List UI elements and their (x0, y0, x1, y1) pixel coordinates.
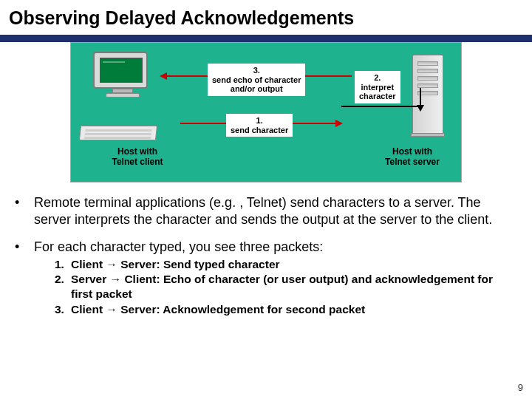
bullet-dot-icon: • (15, 239, 34, 256)
telnet-diagram: 3. send echo of character and/or output … (70, 42, 462, 183)
caption-server-l2: Telnet server (385, 157, 440, 167)
caption-client-l2: Telnet client (112, 157, 163, 167)
item-text: Client → Server: Acknowledgement for sec… (71, 302, 365, 317)
caption-client: Host with Telnet client (98, 146, 177, 168)
client-monitor-icon (93, 52, 152, 99)
list-item: 2. Server → Client: Echo of character (o… (55, 272, 501, 301)
diagram-label-step1: 1. send character (226, 114, 293, 137)
step1-num: 1. (256, 116, 263, 125)
bullet-2-text: For each character typed, you see three … (34, 239, 323, 256)
item-num: 3. (55, 302, 71, 317)
list-item: 1. Client → Server: Send typed character (55, 257, 501, 272)
step2-l2: character (359, 92, 396, 100)
bullet-2: • For each character typed, you see thre… (15, 239, 501, 256)
step2-l1: interpret (361, 83, 394, 92)
step3-num: 3. (253, 66, 260, 75)
item-num: 2. (55, 272, 71, 301)
item-text: Server → Client: Echo of character (or u… (71, 272, 501, 301)
caption-server-l1: Host with (392, 146, 432, 157)
diagram-label-step3: 3. send echo of character and/or output (208, 64, 305, 96)
step1-text: send character (231, 126, 288, 134)
list-item: 3. Client → Server: Acknowledgement for … (55, 302, 501, 317)
step3-l2: and/or output (231, 84, 283, 93)
title-underline (0, 35, 532, 42)
caption-client-l1: Host with (117, 146, 157, 157)
client-keyboard-icon (79, 126, 157, 140)
arrow-step2-head (417, 105, 424, 112)
step2-num: 2. (374, 73, 381, 82)
numbered-list: 1. Client → Server: Send typed character… (55, 257, 501, 317)
slide-body: • Remote terminal applications (e.g. , T… (0, 183, 532, 317)
arrow-step2-h (341, 106, 420, 107)
arrow-step2-v (420, 88, 421, 106)
slide-title: Observing Delayed Acknowledgements (0, 0, 532, 32)
bullet-1-text: Remote terminal applications (e.g. , Tel… (34, 194, 501, 228)
caption-server: Host with Telnet server (375, 146, 449, 168)
diagram-wrap: 3. send echo of character and/or output … (0, 42, 532, 183)
item-num: 1. (55, 257, 71, 272)
step3-l1: send echo of character (212, 75, 301, 84)
server-tower-icon (412, 55, 443, 134)
bullet-dot-icon: • (15, 194, 34, 228)
page-number: 9 (518, 382, 523, 393)
item-text: Client → Server: Send typed character (71, 257, 280, 272)
diagram-label-step2: 2. interpret character (355, 71, 400, 103)
bullet-1: • Remote terminal applications (e.g. , T… (15, 194, 501, 228)
